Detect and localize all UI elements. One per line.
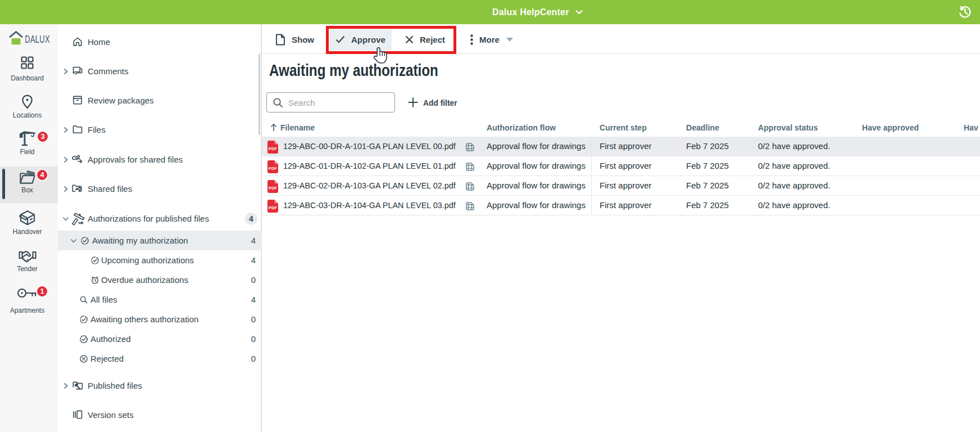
svg-text:DALUX: DALUX xyxy=(25,33,49,45)
svg-text:PDF: PDF xyxy=(269,166,277,170)
svg-text:PDF: PDF xyxy=(269,186,277,190)
svg-text:PDF: PDF xyxy=(269,206,277,210)
svg-text:PDF: PDF xyxy=(269,147,277,151)
